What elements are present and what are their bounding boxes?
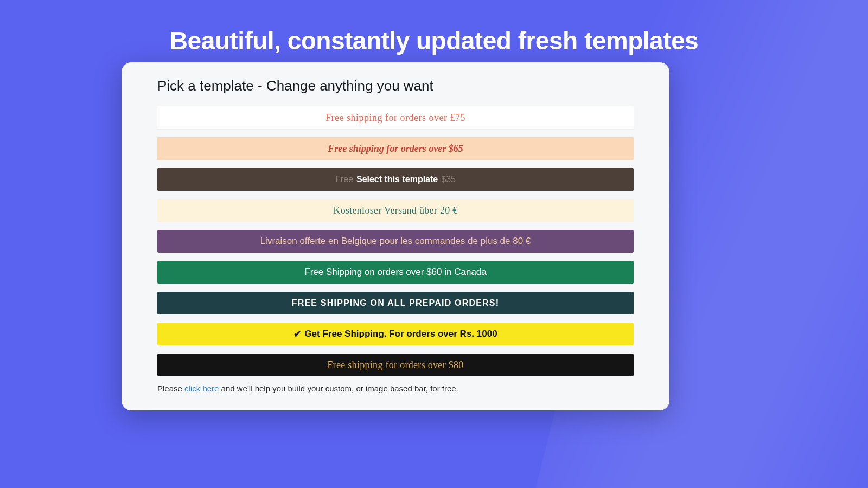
template-bar-label: Free shipping for orders over £75 [326, 112, 465, 124]
select-this-template-label: Select this template [356, 175, 438, 184]
help-line: Please click here and we'll help you bui… [157, 384, 634, 393]
template-bar-9[interactable]: Free shipping for orders over $80 [157, 354, 634, 376]
template-bar-list: Free shipping for orders over £75 Free s… [157, 106, 634, 376]
help-click-here-link[interactable]: click here [184, 384, 219, 393]
template-bar-5[interactable]: Livraison offerte en Belgique pour les c… [157, 230, 634, 253]
template-bar-label: Free Shipping on orders over $60 in Cana… [304, 267, 487, 278]
template-bar-label: Kostenloser Versand über 20 € [333, 205, 457, 216]
template-bar-label: Get Free Shipping. For orders over Rs. 1… [304, 329, 497, 339]
template-picker-card: Pick a template - Change anything you wa… [122, 62, 669, 410]
template-bar-4[interactable]: Kostenloser Versand über 20 € [157, 199, 634, 222]
template-bar-label: FREE SHIPPING ON ALL PREPAID ORDERS! [292, 298, 500, 308]
template-bar-7[interactable]: FREE SHIPPING ON ALL PREPAID ORDERS! [157, 292, 634, 314]
check-icon: ✔ [293, 329, 301, 340]
template-bar-6[interactable]: Free Shipping on orders over $60 in Cana… [157, 261, 634, 284]
template-bar-label: Livraison offerte en Belgique pour les c… [260, 236, 531, 247]
template-bar-label: Free shipping for orders over $65 [328, 143, 463, 155]
template-bar-3-selected[interactable]: Free Select this template $35 [157, 168, 634, 191]
template-bar-2[interactable]: Free shipping for orders over $65 [157, 137, 634, 160]
template-bar-label: Free shipping for orders over $80 [327, 359, 463, 371]
help-suffix: and we'll help you build your custom, or… [219, 384, 458, 393]
hero-title: Beautiful, constantly updated fresh temp… [0, 26, 868, 55]
template-bar-1[interactable]: Free shipping for orders over £75 [157, 106, 634, 129]
template-bar-8[interactable]: ✔ Get Free Shipping. For orders over Rs.… [157, 323, 634, 345]
template-bar-faint-right: $35 [441, 175, 456, 184]
template-bar-faint-left: Free [335, 175, 353, 184]
card-title: Pick a template - Change anything you wa… [157, 78, 634, 94]
help-prefix: Please [157, 384, 184, 393]
